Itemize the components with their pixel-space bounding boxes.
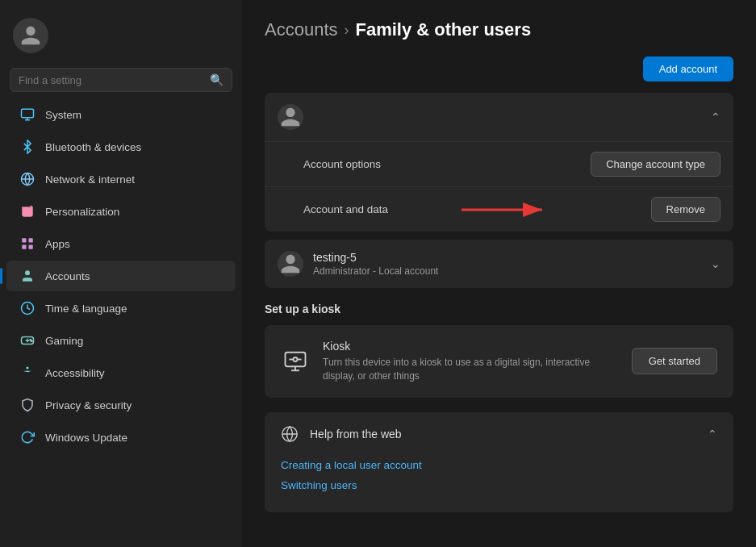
sidebar-item-bluetooth[interactable]: Bluetooth & devices	[6, 132, 236, 162]
help-card: Help from the web ⌃ Creating a local use…	[265, 412, 733, 512]
sidebar-item-system[interactable]: System	[6, 99, 236, 130]
account-options-label: Account options	[303, 158, 381, 170]
expanded-account-header[interactable]: ⌃	[265, 93, 733, 141]
svg-rect-2	[22, 238, 26, 242]
sidebar-item-label: Apps	[45, 238, 70, 250]
user-card-testing5: testing-5 Administrator - Local account …	[265, 240, 733, 288]
main-content: Accounts › Family & other users Add acco…	[242, 0, 756, 547]
privacy-icon	[19, 397, 36, 413]
help-chevron-up-icon: ⌃	[708, 428, 717, 441]
search-input[interactable]	[19, 74, 203, 86]
svg-point-19	[294, 357, 298, 361]
svg-rect-16	[286, 353, 306, 367]
avatar	[13, 18, 48, 53]
help-link-switch-users[interactable]: Switching users	[281, 479, 717, 491]
sidebar-item-label: Accounts	[45, 270, 90, 282]
network-icon	[19, 171, 36, 187]
kiosk-icon	[281, 347, 310, 376]
breadcrumb: Accounts › Family & other users	[265, 19, 733, 40]
gaming-icon	[19, 332, 36, 349]
sidebar-item-label: Personalization	[45, 206, 119, 218]
account-options-row: Account options Change account type	[265, 141, 733, 186]
help-title: Help from the web	[310, 428, 402, 441]
sidebar-item-label: Time & language	[45, 303, 127, 315]
svg-rect-4	[22, 245, 26, 249]
search-icon: 🔍	[210, 73, 223, 86]
update-icon	[19, 429, 36, 445]
system-icon	[19, 106, 36, 123]
svg-rect-5	[29, 245, 33, 249]
svg-point-13	[27, 367, 29, 370]
help-globe-icon	[281, 425, 299, 443]
sidebar-item-label: System	[45, 109, 81, 121]
time-icon	[19, 300, 36, 316]
sidebar-item-personalization[interactable]: Personalization	[6, 196, 236, 227]
add-account-button[interactable]: Add account	[643, 56, 733, 81]
sidebar-item-update[interactable]: Windows Update	[6, 422, 236, 453]
svg-point-12	[31, 340, 33, 342]
help-links: Creating a local user account Switching …	[265, 456, 733, 512]
sidebar-item-gaming[interactable]: Gaming	[6, 325, 236, 356]
user-details: testing-5 Administrator - Local account	[313, 251, 438, 277]
search-bar[interactable]: 🔍	[10, 68, 232, 92]
kiosk-description: Turn this device into a kiosk to use as …	[323, 356, 619, 383]
sidebar-item-label: Accessibility	[45, 367, 105, 379]
remove-button[interactable]: Remove	[651, 197, 720, 222]
kiosk-title: Kiosk	[323, 340, 619, 353]
help-header[interactable]: Help from the web ⌃	[265, 412, 733, 456]
top-button-wrap: Add account	[265, 56, 733, 81]
sidebar-item-label: Network & internet	[45, 173, 135, 186]
user-avatar	[278, 251, 303, 277]
sidebar: 🔍 System Bluetooth & devices Network & i…	[0, 0, 242, 547]
sidebar-item-accessibility[interactable]: Accessibility	[6, 357, 236, 388]
svg-rect-0	[22, 109, 34, 118]
breadcrumb-separator: ›	[345, 22, 349, 39]
user-role: Administrator - Local account	[313, 265, 438, 277]
red-arrow-icon	[462, 198, 550, 222]
breadcrumb-parent[interactable]: Accounts	[265, 19, 338, 40]
kiosk-text: Kiosk Turn this device into a kiosk to u…	[323, 340, 619, 383]
expanded-account-card: ⌃ Account options Change account type Ac…	[265, 93, 733, 232]
sidebar-header	[0, 10, 242, 68]
svg-rect-3	[29, 238, 33, 242]
accessibility-icon	[19, 365, 36, 381]
expanded-account-avatar	[278, 104, 303, 130]
sidebar-item-accounts[interactable]: Accounts	[6, 261, 236, 291]
expanded-chevron-up-icon: ⌃	[711, 111, 720, 123]
apps-icon	[19, 236, 36, 252]
bluetooth-icon	[19, 139, 36, 155]
sidebar-item-apps[interactable]: Apps	[6, 228, 236, 259]
change-account-type-button[interactable]: Change account type	[591, 152, 720, 177]
help-header-left: Help from the web	[281, 425, 402, 443]
sidebar-item-time[interactable]: Time & language	[6, 293, 236, 324]
svg-point-6	[25, 270, 30, 275]
user-name: testing-5	[313, 251, 438, 264]
account-data-label: Account and data	[303, 203, 388, 215]
get-started-button[interactable]: Get started	[632, 348, 717, 374]
sidebar-item-network[interactable]: Network & internet	[6, 164, 236, 194]
personalization-icon	[19, 203, 36, 219]
account-data-row: Account and data Remove	[265, 186, 733, 232]
sidebar-item-label: Windows Update	[45, 432, 127, 444]
user-info: testing-5 Administrator - Local account	[278, 251, 438, 277]
breadcrumb-current: Family & other users	[356, 19, 532, 40]
sidebar-item-label: Privacy & security	[45, 399, 132, 411]
kiosk-card: Kiosk Turn this device into a kiosk to u…	[265, 325, 733, 398]
help-link-create-account[interactable]: Creating a local user account	[281, 459, 717, 471]
sidebar-item-privacy[interactable]: Privacy & security	[6, 390, 236, 420]
user-card-header[interactable]: testing-5 Administrator - Local account …	[265, 240, 733, 288]
sidebar-item-label: Bluetooth & devices	[45, 141, 141, 153]
sidebar-item-label: Gaming	[45, 335, 83, 347]
accounts-icon	[19, 268, 36, 284]
user-card-chevron-down-icon: ⌄	[711, 257, 720, 270]
kiosk-section-title: Set up a kiosk	[265, 303, 733, 315]
